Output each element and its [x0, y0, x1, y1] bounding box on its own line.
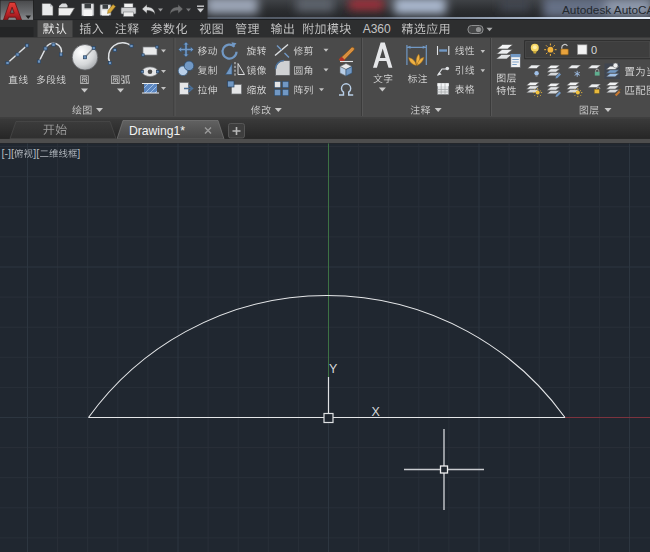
svg-text:Y: Y — [329, 362, 338, 376]
svg-text:A360: A360 — [363, 22, 391, 36]
svg-text:0: 0 — [591, 44, 597, 56]
svg-text:Autodesk AutoCAD: Autodesk AutoCAD — [562, 3, 650, 17]
svg-text:[-][: [-][ — [2, 147, 15, 159]
svg-text:X: X — [372, 405, 381, 419]
svg-text:][: ][ — [33, 147, 39, 159]
svg-text:Drawing1*: Drawing1* — [129, 124, 185, 138]
svg-text:]: ] — [77, 147, 80, 159]
